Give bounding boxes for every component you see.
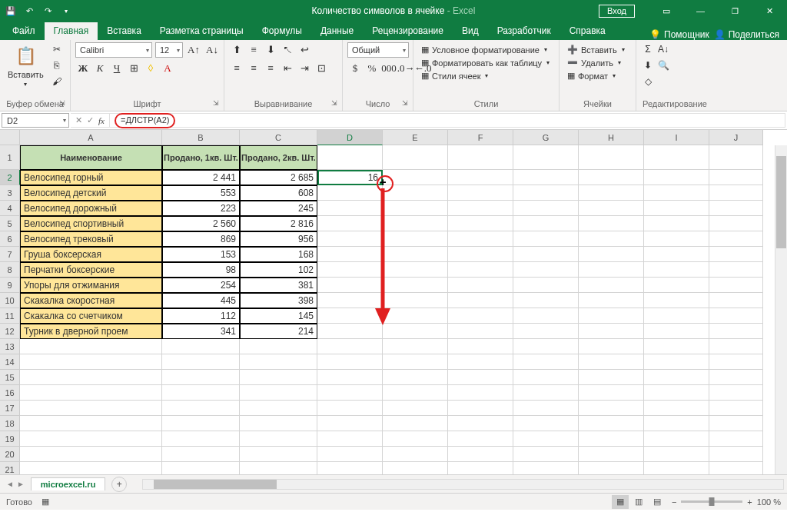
macro-record-icon[interactable]: ▦	[42, 497, 49, 507]
cell[interactable]	[383, 462, 448, 474]
autosum-icon[interactable]: Σ	[641, 42, 655, 56]
bold-icon[interactable]: Ж	[75, 61, 91, 76]
row-header[interactable]: 11	[0, 308, 20, 324]
cell[interactable]	[644, 278, 709, 293]
fill-handle[interactable]	[379, 181, 383, 185]
cell[interactable]	[709, 278, 763, 293]
cell[interactable]	[383, 447, 448, 462]
cell[interactable]	[709, 170, 763, 185]
cell[interactable]	[513, 401, 579, 416]
cell[interactable]	[383, 145, 448, 170]
row-header[interactable]: 8	[0, 262, 20, 278]
row-header[interactable]: 12	[0, 324, 20, 339]
cell[interactable]	[20, 416, 162, 431]
row-header[interactable]: 14	[0, 354, 20, 370]
minimize-icon[interactable]: —	[683, 0, 718, 22]
cell[interactable]	[383, 185, 448, 201]
cell[interactable]	[513, 308, 579, 324]
align-right-icon[interactable]: ≡	[263, 61, 278, 76]
number-dialog-icon[interactable]: ⇲	[402, 99, 408, 107]
increase-indent-icon[interactable]: ⇥	[297, 61, 312, 76]
cell[interactable]	[579, 145, 644, 170]
cell[interactable]: Груша боксерская	[20, 247, 162, 262]
cell[interactable]: 245	[240, 201, 317, 216]
find-select-icon[interactable]: 🔍	[656, 58, 670, 72]
cell[interactable]	[644, 401, 709, 416]
paste-button[interactable]: 📋 Вставить▾	[5, 42, 47, 89]
conditional-format-button[interactable]: ▦Условное форматирование▾	[418, 44, 550, 55]
row-header[interactable]: 10	[0, 293, 20, 308]
cell[interactable]	[579, 308, 644, 324]
cell[interactable]	[513, 324, 579, 339]
cell[interactable]: Продано, 1кв. Шт.	[162, 145, 240, 170]
cell[interactable]	[20, 447, 162, 462]
cell[interactable]	[644, 354, 709, 370]
cell[interactable]	[709, 401, 763, 416]
wrap-text-icon[interactable]: ↩	[297, 42, 312, 58]
cell[interactable]	[644, 308, 709, 324]
cell[interactable]	[709, 262, 763, 278]
fill-color-icon[interactable]: ◊	[143, 61, 158, 76]
increase-decimal-icon[interactable]: .0→	[398, 61, 413, 76]
row-header[interactable]: 4	[0, 201, 20, 216]
cell[interactable]	[383, 201, 448, 216]
cell[interactable]: Велосипед спортивный	[20, 216, 162, 231]
cell[interactable]	[579, 385, 644, 401]
cell[interactable]: Продано, 2кв. Шт.	[240, 145, 317, 170]
cell[interactable]	[579, 216, 644, 231]
percent-icon[interactable]: %	[364, 61, 380, 76]
cell[interactable]: Упоры для отжимания	[20, 278, 162, 293]
cell[interactable]	[317, 462, 383, 474]
tab-prev-icon[interactable]: ◄	[6, 480, 14, 488]
row-header[interactable]: 20	[0, 447, 20, 462]
cell[interactable]: 145	[240, 308, 317, 324]
cell[interactable]	[383, 354, 448, 370]
vertical-scroll-thumb[interactable]	[776, 156, 786, 248]
cell[interactable]	[240, 354, 317, 370]
decrease-font-icon[interactable]: A↓	[204, 42, 220, 58]
copy-icon[interactable]: ⎘	[50, 58, 64, 72]
cut-icon[interactable]: ✂	[50, 42, 64, 56]
tab-layout[interactable]: Разметка страницы	[151, 22, 253, 40]
cell[interactable]	[513, 247, 579, 262]
tab-file[interactable]: Файл	[3, 22, 45, 40]
row-header[interactable]: 3	[0, 185, 20, 201]
cell[interactable]	[448, 431, 513, 447]
cell[interactable]	[448, 401, 513, 416]
cell[interactable]	[383, 324, 448, 339]
active-cell[interactable]: 16	[317, 170, 383, 185]
row-header[interactable]: 19	[0, 431, 20, 447]
cell[interactable]	[644, 462, 709, 474]
cell[interactable]	[317, 370, 383, 385]
align-bottom-icon[interactable]: ⬇	[263, 42, 278, 58]
cell[interactable]	[709, 462, 763, 474]
cell[interactable]	[448, 231, 513, 247]
cell[interactable]	[579, 278, 644, 293]
cell[interactable]	[709, 185, 763, 201]
zoom-out-icon[interactable]: −	[672, 497, 676, 507]
cell[interactable]	[20, 385, 162, 401]
cell[interactable]	[240, 385, 317, 401]
cell[interactable]	[162, 462, 240, 474]
cell[interactable]	[240, 339, 317, 354]
row-header[interactable]: 21	[0, 462, 20, 474]
cell[interactable]	[644, 339, 709, 354]
font-color-icon[interactable]: A	[160, 61, 175, 76]
cell[interactable]	[448, 293, 513, 308]
cell[interactable]	[448, 170, 513, 185]
cell[interactable]	[317, 385, 383, 401]
row-header[interactable]: 15	[0, 370, 20, 385]
cell[interactable]	[383, 278, 448, 293]
cell[interactable]	[513, 145, 579, 170]
cell[interactable]: 102	[240, 262, 317, 278]
cell[interactable]: 553	[162, 185, 240, 201]
enter-formula-icon[interactable]: ✓	[87, 115, 94, 125]
cell[interactable]	[579, 231, 644, 247]
cell[interactable]: Турник в дверной проем	[20, 324, 162, 339]
cell[interactable]: 341	[162, 324, 240, 339]
cell[interactable]	[579, 416, 644, 431]
cell[interactable]	[579, 462, 644, 474]
cell[interactable]	[644, 231, 709, 247]
align-top-icon[interactable]: ⬆	[229, 42, 244, 58]
cell[interactable]	[448, 416, 513, 431]
